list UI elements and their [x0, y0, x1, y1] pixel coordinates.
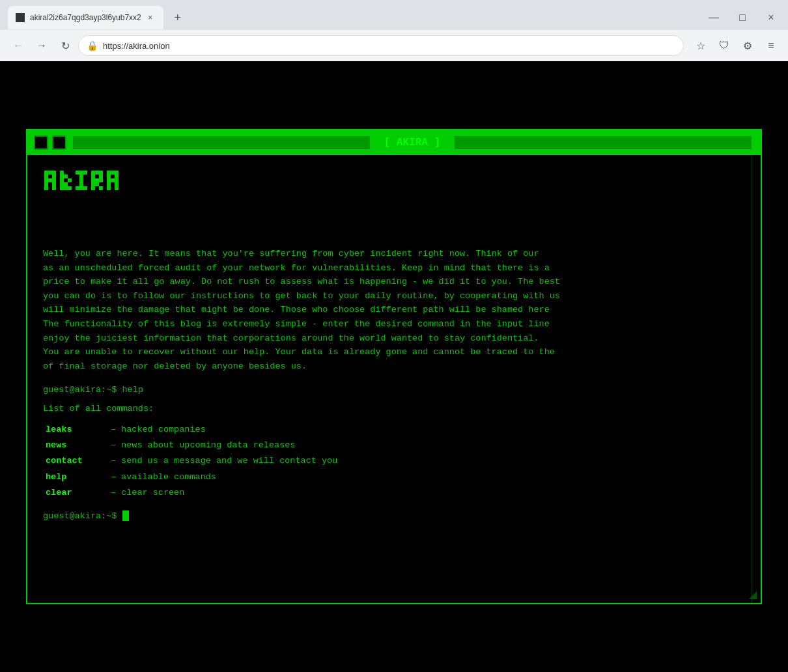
- forward-button[interactable]: →: [31, 35, 52, 56]
- command-row: leaks– hacked companies: [46, 423, 745, 436]
- command-dash: –: [111, 423, 116, 436]
- svg-rect-10: [44, 186, 48, 190]
- command-name: news: [46, 439, 111, 452]
- akira-logo-text: [43, 196, 225, 229]
- commands-label: List of all commands:: [43, 402, 745, 415]
- command-row: contact– send us a message and we will c…: [46, 455, 745, 468]
- command-dash: –: [111, 439, 116, 452]
- address-bar[interactable]: 🔒 https://akira.onion: [78, 35, 684, 56]
- svg-rect-45: [115, 171, 119, 175]
- command-name: help: [46, 471, 111, 484]
- svg-rect-51: [107, 182, 111, 186]
- svg-rect-1: [48, 171, 52, 175]
- terminal-scrollbar[interactable]: [752, 155, 761, 603]
- terminal-bar-left: [73, 136, 370, 149]
- svg-rect-17: [60, 182, 64, 186]
- svg-rect-35: [99, 175, 103, 178]
- svg-rect-47: [115, 175, 119, 178]
- akira-logo: [43, 168, 745, 234]
- terminal-window: [ AKIRA ]: [26, 129, 762, 604]
- svg-rect-39: [91, 182, 95, 186]
- window-close-button[interactable]: ×: [762, 8, 780, 27]
- tab-close-button[interactable]: ×: [145, 12, 156, 23]
- terminal-prompt-input[interactable]: guest@akira:~$: [43, 510, 745, 523]
- terminal-titlebar: [ AKIRA ]: [27, 130, 761, 155]
- svg-rect-27: [79, 182, 83, 186]
- svg-rect-42: [99, 186, 103, 190]
- svg-rect-11: [52, 186, 56, 190]
- svg-rect-33: [99, 171, 103, 175]
- svg-rect-21: [68, 186, 72, 190]
- svg-rect-22: [76, 171, 79, 175]
- svg-rect-31: [91, 171, 95, 175]
- svg-rect-7: [52, 178, 56, 182]
- command-desc: clear screen: [121, 486, 184, 499]
- terminal-intro-text: Well, you are here. It means that you're…: [43, 247, 745, 373]
- browser-tab[interactable]: ■ akiral2iz6a7qgd3ayp3l6yub7xx2 ×: [8, 6, 163, 29]
- svg-rect-23: [79, 171, 83, 175]
- svg-rect-5: [44, 178, 48, 182]
- terminal-body[interactable]: Well, you are here. It means that you're…: [27, 155, 761, 541]
- svg-rect-53: [107, 186, 111, 190]
- shield-button[interactable]: 🛡: [715, 36, 733, 55]
- window-controls: — □ ×: [705, 8, 780, 27]
- svg-rect-26: [79, 178, 83, 182]
- command-desc: available commands: [121, 471, 216, 484]
- svg-rect-46: [107, 175, 111, 178]
- svg-rect-24: [83, 171, 87, 175]
- svg-rect-41: [91, 186, 95, 190]
- reload-button[interactable]: ↻: [55, 35, 76, 56]
- svg-rect-19: [60, 186, 64, 190]
- bookmark-button[interactable]: ☆: [692, 36, 710, 55]
- address-prefix: https://akira: [103, 41, 147, 51]
- svg-rect-12: [60, 171, 64, 175]
- svg-rect-30: [83, 186, 87, 190]
- svg-rect-52: [115, 182, 119, 186]
- extensions-button[interactable]: ⚙: [739, 36, 757, 55]
- nav-bar: ← → ↻ 🔒 https://akira.onion ☆ 🛡 ⚙ ≡: [0, 30, 788, 61]
- command-desc: send us a message and we will contact yo…: [121, 455, 337, 468]
- svg-rect-14: [64, 175, 68, 178]
- command-name: contact: [46, 455, 111, 468]
- title-bar: ■ akiral2iz6a7qgd3ayp3l6yub7xx2 × + — □ …: [0, 0, 788, 30]
- terminal-prompt-help: guest@akira:~$ help: [43, 384, 745, 397]
- tab-title: akiral2iz6a7qgd3ayp3l6yub7xx2: [30, 13, 141, 22]
- svg-rect-25: [79, 175, 83, 178]
- svg-rect-0: [44, 171, 48, 175]
- svg-rect-3: [44, 175, 48, 178]
- address-lock-icon: 🔒: [87, 40, 98, 51]
- cursor: [122, 511, 129, 521]
- command-dash: –: [111, 486, 116, 499]
- svg-rect-34: [91, 175, 95, 178]
- command-dash: –: [111, 471, 116, 484]
- new-tab-button[interactable]: +: [169, 8, 187, 27]
- terminal-title: [ AKIRA ]: [374, 137, 451, 148]
- address-text: https://akira.onion: [103, 41, 675, 51]
- terminal-resize-handle[interactable]: ◢: [749, 588, 757, 600]
- svg-rect-43: [107, 171, 111, 175]
- command-row: news– news about upcoming data releases: [46, 439, 745, 452]
- maximize-button[interactable]: □: [733, 8, 752, 27]
- svg-rect-37: [95, 178, 99, 182]
- browser-chrome: ■ akiral2iz6a7qgd3ayp3l6yub7xx2 × + — □ …: [0, 0, 788, 61]
- svg-rect-6: [48, 178, 52, 182]
- svg-rect-40: [95, 182, 99, 186]
- svg-rect-28: [76, 186, 79, 190]
- terminal-bar-right: [455, 136, 752, 149]
- address-suffix: .onion: [147, 41, 169, 51]
- svg-rect-18: [64, 182, 68, 186]
- terminal-btn-2: [52, 135, 66, 150]
- command-desc: news about upcoming data releases: [121, 439, 295, 452]
- svg-rect-4: [52, 175, 56, 178]
- browser-content: [ AKIRA ]: [0, 61, 788, 672]
- svg-rect-44: [111, 171, 115, 175]
- menu-button[interactable]: ≡: [762, 36, 780, 55]
- svg-rect-13: [60, 175, 64, 178]
- minimize-button[interactable]: —: [705, 8, 723, 27]
- svg-rect-16: [68, 178, 72, 182]
- svg-rect-32: [95, 171, 99, 175]
- svg-rect-50: [115, 178, 119, 182]
- back-button[interactable]: ←: [8, 35, 29, 56]
- svg-rect-49: [111, 178, 115, 182]
- address-actions: ☆ 🛡 ⚙ ≡: [692, 36, 780, 55]
